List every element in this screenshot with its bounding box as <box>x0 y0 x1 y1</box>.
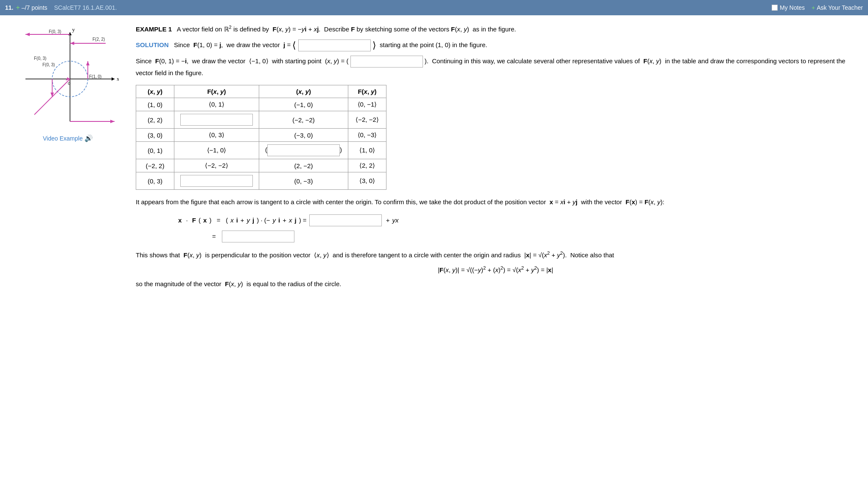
cell-input[interactable] <box>174 111 259 129</box>
svg-marker-12 <box>70 42 74 45</box>
right-angle-bracket1: ⟩ <box>372 40 376 51</box>
video-example-link[interactable]: Video Example 🔊 <box>13 134 123 142</box>
svg-marker-18 <box>50 93 54 97</box>
svg-text:F(0, 3): F(0, 3) <box>49 29 61 34</box>
svg-text:0: 0 <box>68 81 70 86</box>
source-label: SCalcET7 16.1.AE.001. <box>54 4 117 11</box>
table-row: (0, 1) ⟨−1, 0⟩ () ⟨1, 0⟩ <box>136 142 386 159</box>
svg-marker-15 <box>25 33 30 36</box>
table-row: (1, 0) ⟨0, 1⟩ (−1, 0) ⟨0, −1⟩ <box>136 98 386 111</box>
ask-teacher-label: Ask Your Teacher <box>817 4 863 11</box>
diagram-container: x y 0 F(1, 0) F(2, 2) <box>13 24 123 127</box>
cell: ⟨−1, 0⟩ <box>174 142 259 159</box>
left-angle-bracket1: ⟨ <box>292 40 296 51</box>
left-panel: x y 0 F(1, 0) F(2, 2) <box>13 24 123 290</box>
magnitude-line: |F(x, y)| = √((−y)2 + (x)2) = √(x2 + y2)… <box>136 265 855 273</box>
input-equals-result[interactable] <box>222 231 294 242</box>
cell: ⟨1, 0⟩ <box>348 142 386 159</box>
points-label: –/7 points <box>22 4 48 11</box>
equals-line: = <box>212 231 855 242</box>
svg-text:F(0, 3): F(0, 3) <box>42 62 55 67</box>
main-content: x y 0 F(1, 0) F(2, 2) <box>0 15 868 298</box>
col-header-Fxy2: F(x, y) <box>348 85 386 98</box>
cell-input-with-parens[interactable]: () <box>259 142 348 159</box>
final-sentence: so the magnitude of the vector F(x, y) i… <box>136 279 855 290</box>
ask-teacher-plus-icon: + <box>812 4 815 11</box>
x-bold: x <box>178 217 182 224</box>
example-title: EXAMPLE 1 <box>136 25 172 33</box>
my-notes-label: My Notes <box>780 4 805 11</box>
col-header-xy1: (x, y) <box>136 85 174 98</box>
cell: (0, 3) <box>136 172 174 190</box>
svg-text:x: x <box>117 76 119 82</box>
cell: ⟨−2, −2⟩ <box>174 159 259 172</box>
cell: (0, −3) <box>259 172 348 190</box>
question-number: 11. <box>5 4 13 11</box>
my-notes-checkbox <box>772 5 778 11</box>
topbar: 11. + –/7 points SCalcET7 16.1.AE.001. M… <box>0 0 868 15</box>
solution-line2: Since F(0, 1) = −i, we draw the vector ⟨… <box>136 56 855 79</box>
svg-marker-22 <box>110 120 115 123</box>
cell: ⟨0, 1⟩ <box>174 98 259 111</box>
table-row: (0, 3) (0, −3) ⟨3, 0⟩ <box>136 172 386 190</box>
table-row: (3, 0) ⟨0, 3⟩ (−3, 0) ⟨0, −3⟩ <box>136 129 386 142</box>
table-row: (2, 2) (−2, −2) ⟨−2, −2⟩ <box>136 111 386 129</box>
cell: (3, 0) <box>136 129 174 142</box>
cell: (1, 0) <box>136 98 174 111</box>
cell: (−1, 0) <box>259 98 348 111</box>
input-01-right[interactable] <box>267 144 340 156</box>
example-header: EXAMPLE 1 A vector field on ℝ2 is define… <box>136 24 855 34</box>
svg-text:F(2, 2): F(2, 2) <box>92 37 105 42</box>
svg-marker-3 <box>68 32 72 35</box>
cell: ⟨0, 3⟩ <box>174 129 259 142</box>
ask-teacher-button[interactable]: + Ask Your Teacher <box>812 4 863 11</box>
solution-line1: SOLUTION Since F(1, 0) = j, we draw the … <box>136 39 855 51</box>
audio-icon: 🔊 <box>84 134 93 142</box>
cell-input[interactable] <box>174 172 259 190</box>
vector-field-diagram: x y 0 F(1, 0) F(2, 2) <box>17 24 119 126</box>
cell: ⟨0, −3⟩ <box>348 129 386 142</box>
solution-label: SOLUTION <box>136 41 169 48</box>
plus-icon: + <box>16 4 20 11</box>
svg-marker-9 <box>86 61 90 65</box>
cell: ⟨−2, −2⟩ <box>348 111 386 129</box>
table-row: (−2, 2) ⟨−2, −2⟩ (2, −2) ⟨2, 2⟩ <box>136 159 386 172</box>
video-example-label: Video Example <box>43 135 83 142</box>
svg-text:y: y <box>72 26 75 33</box>
input-dot-product[interactable] <box>309 214 382 226</box>
cell: (0, 1) <box>136 142 174 159</box>
final-text: This shows that F(x, y) is perpendicular… <box>136 249 855 261</box>
svg-text:F(1, 0): F(1, 0) <box>89 74 101 79</box>
input-starting-point[interactable] <box>350 56 423 68</box>
svg-marker-2 <box>112 77 115 81</box>
input-j-vector[interactable] <box>298 39 371 51</box>
continuation-text: It appears from the figure that each arr… <box>136 197 855 208</box>
cell: (2, 2) <box>136 111 174 129</box>
cell: ⟨3, 0⟩ <box>348 172 386 190</box>
input-03[interactable] <box>180 175 253 187</box>
dot-product-line: x · F(x) = (xi + yj) · (−yi + xj) = + yx <box>178 214 855 226</box>
dot-product-block: x · F(x) = (xi + yj) · (−yi + xj) = + yx… <box>161 214 855 242</box>
my-notes-button[interactable]: My Notes <box>772 4 805 11</box>
cell: ⟨0, −1⟩ <box>348 98 386 111</box>
values-table: (x, y) F(x, y) (x, y) F(x, y) (1, 0) ⟨0,… <box>136 85 386 190</box>
cell: (2, −2) <box>259 159 348 172</box>
cell: (−2, −2) <box>259 111 348 129</box>
cell: (−2, 2) <box>136 159 174 172</box>
svg-text:F(0, 3): F(0, 3) <box>34 56 46 61</box>
col-header-xy2: (x, y) <box>259 85 348 98</box>
right-panel: EXAMPLE 1 A vector field on ℝ2 is define… <box>136 24 855 290</box>
cell: (−3, 0) <box>259 129 348 142</box>
input-22[interactable] <box>180 114 253 126</box>
Fx-bold: F <box>192 217 196 224</box>
cell: ⟨2, 2⟩ <box>348 159 386 172</box>
col-header-Fxy1: F(x, y) <box>174 85 259 98</box>
